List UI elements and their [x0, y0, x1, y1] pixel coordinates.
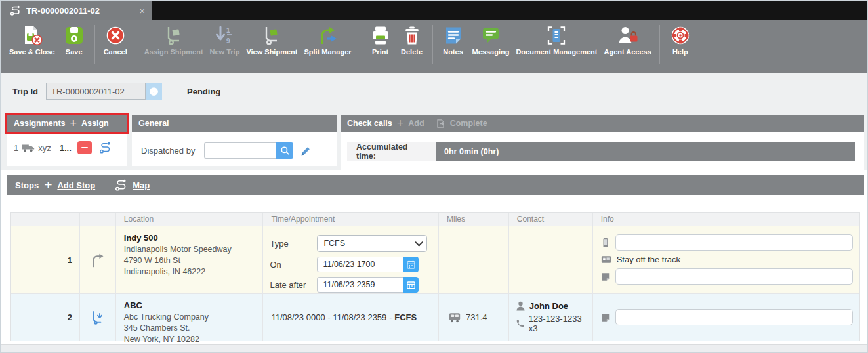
stop-location: ABC Abc Trucking Company 345 Chambers St…	[116, 294, 264, 341]
notes-label: Notes	[443, 48, 463, 56]
location-name: ABC	[124, 301, 258, 310]
trip-locate-button[interactable]	[146, 83, 162, 100]
on-calendar-button[interactable]	[403, 257, 419, 272]
contact-name: John Doe	[529, 301, 568, 311]
remove-assignment-button[interactable]	[77, 141, 92, 154]
assignments-panel: Assignments + Assign 1 xyz 1...	[7, 115, 127, 166]
pickup-icon	[80, 226, 116, 293]
save-close-button[interactable]: Save & Close	[6, 25, 58, 56]
toolbar-separator	[94, 25, 95, 64]
print-button[interactable]: Print	[365, 25, 396, 56]
tab-close-icon[interactable]: ×	[139, 5, 145, 16]
save-button[interactable]: Save	[58, 25, 90, 56]
messaging-icon	[480, 25, 501, 46]
cancel-icon	[105, 25, 126, 46]
help-icon	[670, 25, 691, 46]
messaging-button[interactable]: Messaging	[469, 25, 513, 56]
late-after-date-input[interactable]	[317, 277, 403, 293]
edit-dispatcher-button[interactable]	[300, 145, 312, 157]
stop-time-cell: Type FCFS On	[263, 226, 439, 293]
trip-id-input[interactable]	[46, 83, 146, 100]
map-link[interactable]: Map	[133, 180, 150, 190]
cancel-button[interactable]: Cancel	[100, 25, 131, 56]
general-header: General	[132, 115, 337, 132]
stop-location: Indy 500 Indianapolis Motor Speedway 479…	[116, 226, 264, 293]
stops-header: Stops + Add Stop Map	[7, 175, 864, 195]
assignments-header: Assignments + Assign	[7, 115, 127, 132]
column-info: Info	[593, 213, 859, 226]
column-blank	[11, 213, 60, 226]
stops-title: Stops	[15, 180, 39, 190]
document-management-label: Document Management	[516, 48, 597, 56]
location-line: Indianapolis, IN 46222	[124, 266, 258, 278]
general-panel: General Dispatched by	[132, 115, 337, 166]
new-trip-button: 1 9 New Trip	[207, 25, 243, 56]
app-window: TR-0000002011-02 × Save & Close Save	[0, 0, 868, 353]
dispatched-by-input[interactable]	[204, 142, 276, 159]
late-after-label: Late after	[270, 280, 317, 290]
assignment-driver: xyz	[38, 143, 51, 153]
compass-icon	[148, 86, 159, 97]
info-note-input[interactable]	[615, 309, 853, 325]
chevron-down-icon	[415, 238, 424, 247]
notes-icon	[443, 25, 464, 46]
location-line: 4790 W 16th St	[124, 255, 258, 266]
view-shipment-button[interactable]: View Shipment	[243, 25, 300, 56]
trip-status-badge: Pending	[187, 87, 220, 96]
tab-bar: TR-0000002011-02 ×	[1, 1, 867, 20]
dispatched-by-search-button[interactable]	[276, 142, 293, 159]
view-shipment-label: View Shipment	[246, 48, 297, 56]
stop-note-text: Stay off the track	[617, 255, 680, 264]
new-trip-label: New Trip	[210, 48, 240, 56]
agent-access-button[interactable]: Agent Access	[601, 25, 655, 56]
stops-table-header: Location Time/Appointment Miles Contact …	[11, 213, 859, 226]
document-management-icon	[546, 25, 567, 46]
appointment-type-value: FCFS	[323, 239, 345, 248]
accumulated-time-value: 0hr 0min (0hr)	[436, 142, 855, 161]
info-note-input[interactable]	[615, 268, 853, 285]
new-trip-icon: 1 9	[214, 25, 235, 46]
dispatched-by-label: Dispatched by	[141, 146, 204, 156]
stop-info-cell: Stay off the track	[593, 226, 859, 293]
tab-title: TR-0000002011-02	[26, 6, 100, 16]
delete-button[interactable]: Delete	[396, 25, 428, 56]
add-stop-link[interactable]: Add Stop	[57, 180, 95, 190]
stop-miles-cell: 731.4	[439, 294, 509, 341]
assignment-truck-number: 1...	[60, 143, 72, 153]
stop-number: 2	[60, 294, 80, 341]
trip-id-label: Trip Id	[12, 87, 38, 96]
help-button[interactable]: Help	[665, 25, 696, 56]
phone-icon	[516, 319, 525, 328]
dropoff-icon	[80, 294, 116, 341]
column-contact: Contact	[509, 213, 593, 226]
toolbar-separator	[432, 25, 433, 64]
assign-link[interactable]: Assign	[81, 119, 109, 128]
location-line: Indianapolis Motor Speedway	[124, 244, 258, 255]
location-line: 345 Chambers St.	[124, 323, 258, 334]
save-label: Save	[66, 48, 83, 56]
check-calls-header: Check calls + Add Complete	[341, 115, 864, 132]
appointment-type-select[interactable]: FCFS	[317, 235, 427, 252]
tab-trip[interactable]: TR-0000002011-02 ×	[1, 1, 152, 20]
messaging-label: Messaging	[472, 48, 510, 56]
add-check-call-link: Add	[408, 119, 424, 128]
route-icon[interactable]	[99, 142, 112, 154]
notes-button[interactable]: Notes	[438, 25, 469, 56]
stop-miles-cell	[439, 226, 509, 293]
split-manager-icon	[318, 25, 339, 46]
miles-value: 731.4	[466, 312, 487, 322]
info-phone-input[interactable]	[615, 234, 853, 251]
cancel-label: Cancel	[104, 48, 127, 56]
document-management-button[interactable]: Document Management	[512, 25, 600, 56]
mobile-phone-icon	[601, 238, 610, 248]
search-icon	[280, 146, 290, 156]
split-manager-button[interactable]: Split Manager	[300, 25, 354, 56]
on-date-input[interactable]	[317, 257, 403, 272]
assign-shipment-icon	[163, 25, 184, 46]
late-after-calendar-button[interactable]	[403, 277, 419, 293]
truck-front-icon	[448, 312, 461, 323]
column-miles: Miles	[439, 213, 509, 226]
notes-page-icon	[601, 272, 610, 281]
general-title: General	[138, 119, 169, 128]
time-range-text: 11/08/23 0000 - 11/08/23 2359 -	[271, 312, 392, 322]
